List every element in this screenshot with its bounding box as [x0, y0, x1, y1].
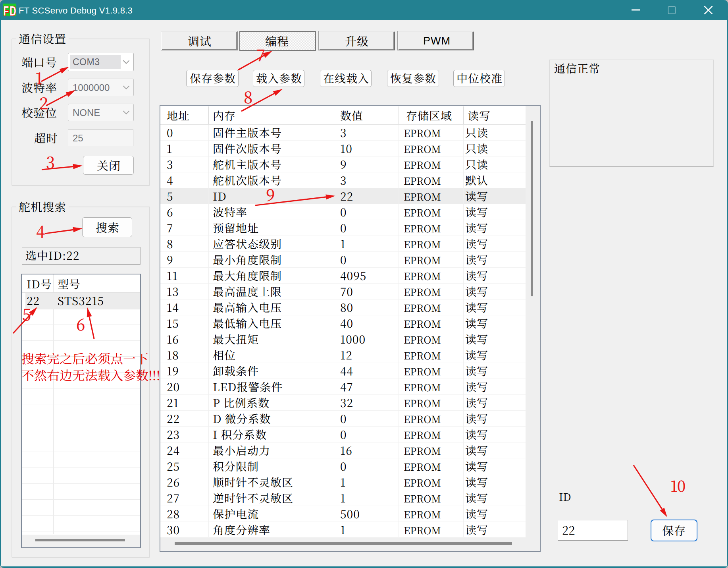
svg-text:D: D [10, 4, 16, 16]
svg-text:F: F [4, 4, 9, 16]
